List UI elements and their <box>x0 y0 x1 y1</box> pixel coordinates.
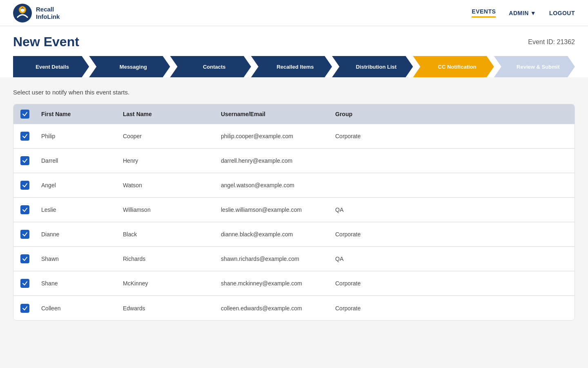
nav-logout[interactable]: LOGOUT <box>549 10 575 16</box>
row-first-name: Philip <box>36 128 118 144</box>
step-messaging[interactable]: Messaging <box>89 56 170 77</box>
step-recalled-items[interactable]: Recalled Items <box>251 56 332 77</box>
row-group <box>330 156 575 166</box>
row-last-name: Black <box>118 226 216 242</box>
svg-point-2 <box>20 8 24 12</box>
row-group: Corporate <box>330 226 575 242</box>
row-group: Corporate <box>330 275 575 292</box>
row-checkbox-5[interactable] <box>20 254 29 263</box>
logo-text: Recall InfoLink <box>36 6 60 20</box>
col-first-name: First Name <box>36 109 118 119</box>
step-review-submit[interactable]: Review & Submit <box>494 56 575 77</box>
table-row: Shawn Richards shawn.richards@example.co… <box>13 247 575 271</box>
row-checkbox-col <box>13 304 36 313</box>
row-first-name: Angel <box>36 177 118 193</box>
row-last-name: Edwards <box>118 300 216 316</box>
row-email: darrell.henry@example.com <box>216 153 330 169</box>
table-row: Dianne Black dianne.black@example.com Co… <box>13 222 575 247</box>
row-checkbox-2[interactable] <box>20 181 29 190</box>
step-contacts[interactable]: Contacts <box>170 56 251 77</box>
row-group <box>330 180 575 190</box>
row-checkbox-col <box>13 254 36 263</box>
row-first-name: Dianne <box>36 226 118 242</box>
row-checkbox-6[interactable] <box>20 279 29 288</box>
table-row: Angel Watson angel.watson@example.com <box>13 173 575 197</box>
row-checkbox-col <box>13 205 36 214</box>
table-row: Colleen Edwards colleen.edwards@example.… <box>13 296 575 320</box>
row-first-name: Colleen <box>36 300 118 316</box>
table-row: Philip Cooper philip.cooper@example.com … <box>13 124 575 148</box>
row-last-name: Henry <box>118 153 216 169</box>
row-group: Corporate <box>330 128 575 144</box>
row-email: shane.mckinney@example.com <box>216 275 330 292</box>
table-header: First Name Last Name Username/Email Grou… <box>13 104 575 124</box>
row-checkbox-col <box>13 279 36 288</box>
row-checkbox-4[interactable] <box>20 230 29 239</box>
row-first-name: Shane <box>36 275 118 292</box>
row-checkbox-3[interactable] <box>20 205 29 214</box>
logo[interactable]: Recall InfoLink <box>13 4 60 22</box>
row-last-name: Watson <box>118 177 216 193</box>
user-table: First Name Last Name Username/Email Grou… <box>13 104 575 321</box>
table-body: Philip Cooper philip.cooper@example.com … <box>13 124 575 320</box>
row-group: Corporate <box>330 300 575 316</box>
row-checkbox-col <box>13 181 36 190</box>
row-first-name: Shawn <box>36 251 118 267</box>
nav-admin[interactable]: ADMIN ▼ <box>509 10 536 16</box>
header-checkbox-col <box>13 109 36 119</box>
row-last-name: Williamson <box>118 202 216 218</box>
logo-icon <box>13 4 32 22</box>
app-header: Recall InfoLink EVENTS ADMIN ▼ LOGOUT <box>0 0 588 26</box>
steps-container: Event Details Messaging Contacts Recalle… <box>0 56 588 77</box>
row-checkbox-col <box>13 156 36 165</box>
col-email: Username/Email <box>216 109 330 119</box>
steps-bar: Event Details Messaging Contacts Recalle… <box>13 56 575 77</box>
row-group: QA <box>330 251 575 267</box>
row-email: angel.watson@example.com <box>216 177 330 193</box>
step-event-details[interactable]: Event Details <box>13 56 89 77</box>
nav-events[interactable]: EVENTS <box>472 8 496 18</box>
row-email: leslie.williamson@example.com <box>216 202 330 218</box>
row-first-name: Leslie <box>36 202 118 218</box>
page-title: New Event <box>13 34 79 49</box>
row-last-name: Cooper <box>118 128 216 144</box>
row-checkbox-7[interactable] <box>20 304 29 313</box>
select-all-checkbox[interactable] <box>20 110 29 119</box>
table-row: Shane McKinney shane.mckinney@example.co… <box>13 271 575 296</box>
row-group: QA <box>330 202 575 218</box>
main-nav: EVENTS ADMIN ▼ LOGOUT <box>472 8 575 18</box>
row-email: dianne.black@example.com <box>216 226 330 242</box>
main-content: Select user to notify when this event st… <box>0 77 588 332</box>
row-email: philip.cooper@example.com <box>216 128 330 144</box>
step-distribution-list[interactable]: Distribution List <box>332 56 413 77</box>
page-title-bar: New Event Event ID: 21362 <box>0 26 588 56</box>
row-checkbox-0[interactable] <box>20 132 29 141</box>
row-first-name: Darrell <box>36 153 118 169</box>
row-last-name: McKinney <box>118 275 216 292</box>
row-checkbox-1[interactable] <box>20 156 29 165</box>
col-group: Group <box>330 109 575 119</box>
table-row: Leslie Williamson leslie.williamson@exam… <box>13 197 575 222</box>
row-email: shawn.richards@example.com <box>216 251 330 267</box>
chevron-down-icon: ▼ <box>530 10 536 16</box>
event-id: Event ID: 21362 <box>528 38 575 46</box>
row-last-name: Richards <box>118 251 216 267</box>
table-row: Darrell Henry darrell.henry@example.com <box>13 148 575 173</box>
row-checkbox-col <box>13 132 36 141</box>
instruction-text: Select user to notify when this event st… <box>13 89 575 96</box>
col-last-name: Last Name <box>118 109 216 119</box>
row-checkbox-col <box>13 230 36 239</box>
step-cc-notification[interactable]: CC Notification <box>413 56 494 77</box>
row-email: colleen.edwards@example.com <box>216 300 330 316</box>
